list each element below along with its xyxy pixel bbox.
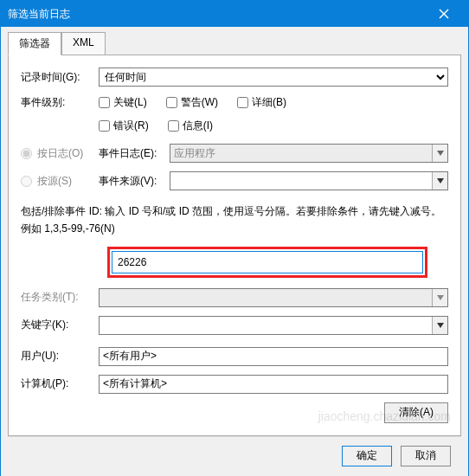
level-error[interactable]: 错误(R) [99, 119, 149, 133]
event-source-combo[interactable] [170, 171, 448, 190]
ok-button[interactable]: 确定 [342, 446, 392, 466]
logged-label: 记录时间(G): [21, 70, 99, 85]
tabs: 筛选器 XML [8, 32, 461, 55]
titlebar: 筛选当前日志 [1, 1, 468, 27]
dialog-window: 筛选当前日志 筛选器 XML 记录时间(G): 任何时间 事件级别: [0, 0, 469, 476]
dialog-footer: 确定 取消 [8, 436, 461, 475]
computer-label: 计算机(P): [21, 376, 99, 391]
by-source-radio-label: 按源(S) [21, 174, 99, 189]
event-source-label: 事件来源(V): [99, 174, 170, 189]
computer-input[interactable] [99, 375, 448, 394]
level-warning-checkbox[interactable] [166, 97, 177, 108]
event-id-highlight [107, 247, 427, 278]
user-input[interactable] [99, 347, 448, 366]
level-critical-checkbox[interactable] [99, 97, 110, 108]
chevron-down-icon [437, 323, 444, 328]
user-label: 用户(U): [21, 349, 99, 363]
event-level-label: 事件级别: [21, 95, 99, 110]
close-icon [439, 9, 449, 19]
svg-marker-2 [437, 151, 444, 156]
svg-marker-4 [437, 295, 444, 300]
keywords-dropdown-button[interactable] [432, 317, 447, 334]
chevron-down-icon [437, 151, 444, 156]
by-log-radio-label: 按日志(O) [21, 146, 99, 161]
level-critical[interactable]: 关键(L) [99, 95, 147, 110]
keywords-combo[interactable] [99, 316, 448, 335]
svg-marker-5 [437, 323, 444, 328]
cancel-button[interactable]: 取消 [401, 446, 451, 466]
svg-marker-3 [437, 178, 444, 183]
event-id-input[interactable] [112, 251, 423, 273]
tab-filter[interactable]: 筛选器 [8, 32, 61, 55]
level-verbose-checkbox[interactable] [237, 97, 248, 108]
level-warning[interactable]: 警告(W) [166, 95, 218, 110]
event-log-dropdown-button [432, 145, 447, 162]
window-title: 筛选当前日志 [8, 7, 427, 22]
close-button[interactable] [427, 1, 461, 27]
event-id-help: 包括/排除事件 ID: 输入 ID 号和/或 ID 范围，使用逗号分隔。若要排除… [21, 203, 448, 238]
task-category-dropdown-button [432, 289, 447, 306]
chevron-down-icon [437, 295, 444, 300]
level-info-checkbox[interactable] [168, 120, 179, 132]
event-log-label: 事件日志(E): [99, 146, 170, 161]
level-verbose[interactable]: 详细(B) [237, 95, 286, 110]
task-category-combo [99, 288, 448, 307]
filter-panel: 记录时间(G): 任何时间 事件级别: 关键(L) 警告(W) 详细(B) [8, 55, 461, 436]
keywords-label: 关键字(K): [21, 318, 99, 332]
logged-time-select[interactable]: 任何时间 [99, 68, 448, 87]
task-category-label: 任务类别(T): [21, 290, 99, 305]
chevron-down-icon [437, 178, 444, 183]
clear-button[interactable]: 清除(A) [384, 402, 448, 423]
by-log-radio [21, 148, 32, 159]
level-error-checkbox[interactable] [99, 120, 110, 132]
event-source-dropdown-button[interactable] [432, 172, 447, 190]
event-log-combo: 应用程序 [170, 144, 448, 163]
by-source-radio [21, 176, 32, 187]
level-info[interactable]: 信息(I) [168, 119, 213, 133]
dialog-content: 筛选器 XML 记录时间(G): 任何时间 事件级别: 关键(L) 警告(W) [1, 27, 468, 476]
tab-xml[interactable]: XML [61, 32, 106, 55]
